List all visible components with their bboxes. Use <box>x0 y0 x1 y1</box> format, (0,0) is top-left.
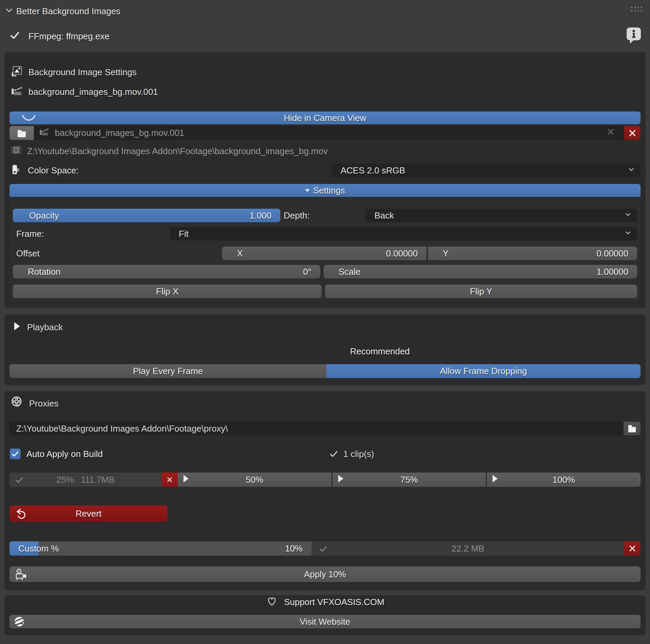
proxy-100-label: 100% <box>552 475 575 485</box>
movie-camera-icon <box>14 567 28 581</box>
frame-label: Frame: <box>16 229 44 239</box>
play-triangle-icon <box>182 474 189 485</box>
check-icon <box>319 544 328 556</box>
filmstrip-icon <box>10 144 22 159</box>
custom-percent-slider[interactable]: Custom % 10% <box>9 541 311 556</box>
auto-apply-label: Auto Apply on Build <box>26 449 103 459</box>
hide-in-camera-view-button[interactable]: Hide in Camera View <box>9 111 641 124</box>
color-space-label: Color Space: <box>28 165 79 176</box>
footer-panel: Support VFXOASIS.COM Visit Website <box>4 595 646 635</box>
playback-header[interactable]: Playback <box>9 314 641 334</box>
playback-mode-buttons: Play Every Frame Allow Frame Dropping <box>9 364 641 378</box>
proxy-size-buttons: 25% 111.7MB 50% 75% <box>9 473 641 487</box>
unlink-x-icon[interactable] <box>607 128 615 138</box>
delete-proxy-25-button[interactable] <box>161 473 178 487</box>
custom-percent-label: Custom % <box>18 543 59 554</box>
section-title-row: Background Image Settings <box>9 52 641 79</box>
offset-x-label: X <box>237 248 243 259</box>
rotation-label: Rotation <box>28 267 61 277</box>
apply-label: Apply 10% <box>304 569 346 580</box>
custom-percent-value: 10% <box>285 543 303 554</box>
background-image-settings-panel: Background Image Settings background_ima… <box>4 52 646 308</box>
check-icon <box>15 476 24 487</box>
visit-website-label: Visit Website <box>300 617 350 627</box>
frame-value: Fit <box>179 229 189 239</box>
movieclip-icon <box>10 84 23 100</box>
proxy-path-value: Z:\Youtube\Background Images Addon\Foota… <box>16 423 228 434</box>
visit-website-button[interactable]: Visit Website <box>9 615 641 628</box>
chevron-down-icon <box>628 165 635 176</box>
undo-arrow-icon <box>15 507 27 520</box>
panel-header[interactable]: Better Background Images <box>0 0 650 18</box>
proxy-25-label: 25% <box>56 475 74 485</box>
opacity-value: 1.000 <box>250 210 272 221</box>
flip-x-button[interactable]: Flip X <box>13 285 322 298</box>
delete-custom-proxy-button[interactable] <box>624 541 641 556</box>
browse-folder-button[interactable] <box>9 126 34 140</box>
opacity-label: Opacity <box>29 210 59 221</box>
clip-count-label: 1 clip(s) <box>343 449 374 459</box>
play-triangle-icon <box>492 474 498 485</box>
ffmpeg-status-row: FFmpeg: ffmpeg.exe <box>5 28 645 45</box>
allow-frame-dropping-button[interactable]: Allow Frame Dropping <box>326 364 641 378</box>
recommended-row: Recommended <box>9 346 641 356</box>
clip-name-field[interactable]: background_images_bg.mov.001 <box>34 126 624 140</box>
offset-y-value: 0.00000 <box>597 248 628 259</box>
revert-button[interactable]: Revert <box>9 505 168 522</box>
build-proxy-50-button[interactable]: 50% <box>178 473 331 487</box>
offset-y-field[interactable]: Y 0.00000 <box>428 247 637 260</box>
remove-clip-button[interactable] <box>624 126 641 140</box>
offset-x-field[interactable]: X 0.00000 <box>222 247 427 260</box>
play-every-frame-button[interactable]: Play Every Frame <box>9 364 326 378</box>
auto-apply-checkbox[interactable] <box>9 448 21 460</box>
color-space-value: ACES 2.0 sRGB <box>341 165 405 176</box>
better-background-images-panel: Better Background Images FFmpeg: ffmpeg.… <box>0 0 650 644</box>
clip-filepath-row: Z:\Youtube\Background Images Addon\Foota… <box>9 145 641 158</box>
proxies-panel: Proxies Z:\Youtube\Background Images Add… <box>4 391 646 590</box>
scale-value: 1.00000 <box>597 267 628 277</box>
proxy-path-row: Z:\Youtube\Background Images Addon\Foota… <box>9 422 641 435</box>
page-title: Better Background Images <box>16 6 121 17</box>
color-space-icon <box>10 163 22 178</box>
proxy-path-input[interactable]: Z:\Youtube\Background Images Addon\Foota… <box>9 422 624 435</box>
image-background-icon <box>10 65 23 80</box>
color-space-dropdown[interactable]: ACES 2.0 sRGB <box>332 164 641 177</box>
expand-arc-icon <box>21 114 37 125</box>
proxy-folder-button[interactable] <box>624 422 641 435</box>
scale-label: Scale <box>339 267 361 277</box>
settings-subpanel: Opacity 1.000 Depth: Back Frame: Fit <box>9 197 641 303</box>
settings-header-label: Settings <box>313 185 345 196</box>
rotation-value: 0° <box>303 267 311 277</box>
build-proxy-75-button[interactable]: 75% <box>331 473 486 487</box>
proxies-title: Proxies <box>29 398 59 409</box>
clip-count-group: 1 clip(s) <box>329 449 374 459</box>
proxies-header: Proxies <box>9 391 641 410</box>
support-row[interactable]: Support VFXOASIS.COM <box>9 595 641 609</box>
drag-grip-icon[interactable] <box>631 7 643 12</box>
play-triangle-icon <box>337 474 344 485</box>
custom-size-value: 22.2 MB <box>452 543 484 554</box>
scale-field[interactable]: Scale 1.00000 <box>324 265 637 278</box>
build-proxy-100-button[interactable]: 100% <box>486 473 641 487</box>
info-bubble-icon[interactable] <box>626 26 642 44</box>
clip-title: background_images_bg.mov.001 <box>28 87 158 97</box>
flip-y-button[interactable]: Flip Y <box>325 285 637 298</box>
triangle-down-icon <box>305 189 310 192</box>
opacity-slider[interactable]: Opacity 1.000 <box>13 209 280 222</box>
triangle-right-icon <box>13 321 21 334</box>
frame-dropdown[interactable]: Fit <box>170 227 637 241</box>
movieclip-icon <box>39 126 49 140</box>
depth-dropdown[interactable]: Back <box>366 209 637 222</box>
rotation-field[interactable]: Rotation 0° <box>13 265 320 278</box>
film-reel-icon <box>10 396 24 412</box>
offset-y-label: Y <box>443 248 449 259</box>
apply-custom-proxy-button[interactable]: Apply 10% <box>9 566 641 582</box>
proxy-25-built-segment[interactable]: 25% 111.7MB <box>9 473 161 487</box>
offset-x-value: 0.00000 <box>386 248 418 259</box>
support-label: Support VFXOASIS.COM <box>284 597 384 607</box>
play-every-frame-label: Play Every Frame <box>133 366 203 376</box>
settings-subpanel-header[interactable]: Settings <box>9 184 641 197</box>
custom-size-segment: 22.2 MB <box>311 541 624 556</box>
collapse-chevron-icon[interactable] <box>5 6 14 17</box>
allow-frame-dropping-label: Allow Frame Dropping <box>440 366 527 376</box>
